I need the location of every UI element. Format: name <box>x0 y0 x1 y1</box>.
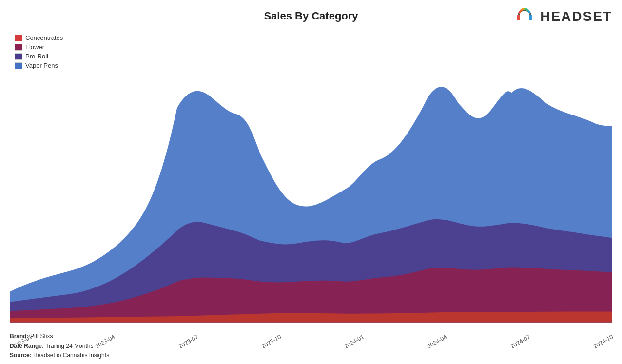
chart-area <box>10 32 612 327</box>
x-label-2: 2023-07 <box>177 333 199 350</box>
x-label-5: 2024-04 <box>426 333 448 350</box>
date-range-label: Date Range: <box>10 343 44 349</box>
footer-source: Source: Headset.io Cannabis Insights <box>10 351 109 360</box>
x-label-3: 2023-10 <box>260 333 282 350</box>
x-label-6: 2024-07 <box>509 333 531 350</box>
chart-container: HEADSET Sales By Category Concentrates F… <box>0 0 622 364</box>
svg-rect-1 <box>517 15 520 20</box>
footer-info: Brand: Piff Stixs Date Range: Trailing 2… <box>10 332 109 360</box>
chart-svg <box>10 32 612 327</box>
logo: HEADSET <box>513 5 612 28</box>
x-label-4: 2024-01 <box>343 333 365 350</box>
footer-date-range: Date Range: Trailing 24 Months <box>10 342 109 351</box>
brand-label: Brand: <box>10 333 29 340</box>
source-value: Headset.io Cannabis Insights <box>33 352 109 359</box>
source-label: Source: <box>10 352 32 359</box>
brand-value: Piff Stixs <box>30 333 53 340</box>
date-range-value: Trailing 24 Months <box>45 343 93 349</box>
footer-brand: Brand: Piff Stixs <box>10 332 109 341</box>
logo-text: HEADSET <box>540 9 612 24</box>
x-label-7: 2024-10 <box>592 333 614 350</box>
headset-logo-icon <box>513 5 536 28</box>
svg-rect-2 <box>529 15 532 20</box>
